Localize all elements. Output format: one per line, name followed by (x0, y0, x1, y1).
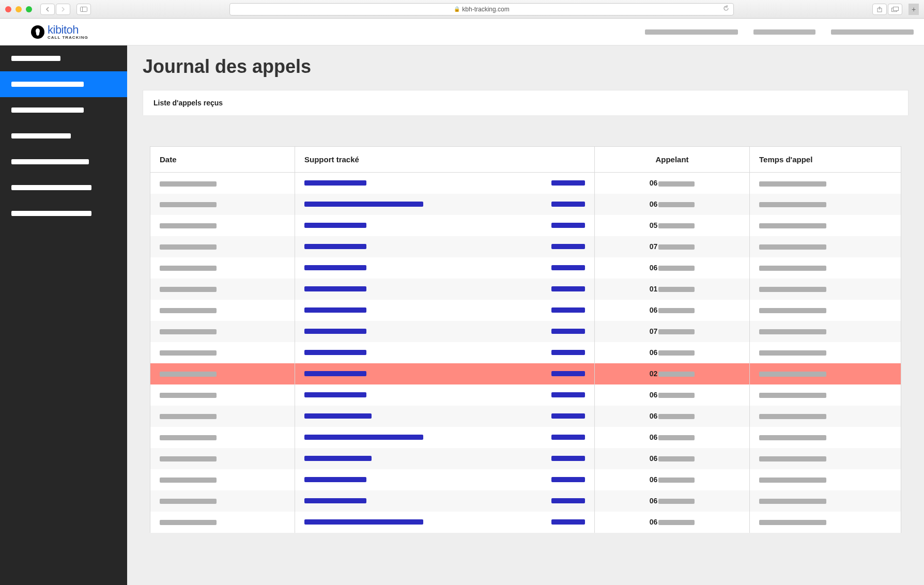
cell-support (295, 173, 595, 194)
cell-duration (750, 384, 901, 406)
table-row[interactable]: 06 (150, 427, 901, 448)
cell-caller: 07 (595, 321, 750, 342)
logo-icon (31, 25, 44, 39)
reload-icon[interactable] (723, 5, 729, 13)
new-tab-button[interactable]: + (908, 4, 919, 15)
cell-caller: 06 (595, 469, 750, 490)
main-content: Journal des appels Liste d'appels reçus … (127, 45, 924, 585)
table-row[interactable]: 07 (150, 236, 901, 257)
table-row[interactable]: 06 (150, 384, 901, 406)
page-title: Journal des appels (143, 56, 908, 78)
cell-caller: 02 (595, 363, 750, 384)
cell-caller: 06 (595, 406, 750, 427)
cell-caller: 07 (595, 236, 750, 257)
header-nav-item[interactable] (831, 29, 914, 35)
forward-button[interactable] (56, 4, 70, 15)
tabs-button[interactable] (888, 4, 902, 15)
cell-date (150, 321, 295, 342)
svg-rect-0 (81, 7, 87, 11)
header-nav-item[interactable] (753, 29, 815, 35)
cell-date (150, 173, 295, 194)
cell-support (295, 469, 595, 490)
cell-date (150, 427, 295, 448)
table-row[interactable]: 02 (150, 363, 901, 384)
table-row[interactable]: 06 (150, 469, 901, 490)
cell-duration (750, 448, 901, 469)
table-row[interactable]: 01 (150, 279, 901, 300)
cell-support (295, 384, 595, 406)
app-header: kibitoh CALL TRACKING (0, 19, 924, 45)
table-row[interactable]: 06 (150, 512, 901, 533)
cell-caller: 06 (595, 490, 750, 512)
table-row[interactable]: 06 (150, 194, 901, 215)
cell-caller: 06 (595, 448, 750, 469)
address-bar[interactable]: 🔒 kbh-tracking.com (229, 3, 734, 16)
table-row[interactable]: 05 (150, 215, 901, 236)
cell-caller: 06 (595, 342, 750, 363)
back-button[interactable] (40, 4, 55, 15)
cell-duration (750, 236, 901, 257)
table-row[interactable]: 06 (150, 448, 901, 469)
cell-support (295, 363, 595, 384)
sidebar-item[interactable] (0, 149, 127, 175)
cell-support (295, 300, 595, 321)
logo-subtitle: CALL TRACKING (48, 36, 88, 40)
sidebar-item[interactable] (0, 45, 127, 71)
cell-support (295, 257, 595, 279)
url-text: kbh-tracking.com (462, 6, 509, 13)
svg-rect-4 (894, 7, 899, 10)
col-header-caller[interactable]: Appelant (595, 147, 750, 173)
cell-duration (750, 363, 901, 384)
table-row[interactable]: 06 (150, 300, 901, 321)
cell-duration (750, 279, 901, 300)
cell-duration (750, 342, 901, 363)
sidebar-item[interactable] (0, 201, 127, 226)
cell-date (150, 490, 295, 512)
minimize-window-button[interactable] (16, 6, 22, 12)
header-nav (645, 29, 914, 35)
cell-duration (750, 300, 901, 321)
col-header-date[interactable]: Date (150, 147, 295, 173)
cell-support (295, 512, 595, 533)
table-row[interactable]: 07 (150, 321, 901, 342)
sidebar-item[interactable] (0, 97, 127, 123)
cell-date (150, 512, 295, 533)
cell-date (150, 215, 295, 236)
sidebar-toggle-button[interactable] (76, 4, 91, 15)
col-header-duration[interactable]: Temps d'appel (750, 147, 901, 173)
cell-date (150, 469, 295, 490)
table-row[interactable]: 06 (150, 490, 901, 512)
close-window-button[interactable] (5, 6, 11, 12)
logo-name: kibitoh (48, 24, 88, 36)
col-header-support[interactable]: Support tracké (295, 147, 595, 173)
cell-caller: 06 (595, 427, 750, 448)
cell-duration (750, 257, 901, 279)
logo-text: kibitoh CALL TRACKING (48, 24, 88, 40)
maximize-window-button[interactable] (26, 6, 32, 12)
table-row[interactable]: 06 (150, 342, 901, 363)
cell-caller: 06 (595, 173, 750, 194)
table-row[interactable]: 06 (150, 173, 901, 194)
sidebar-item[interactable] (0, 175, 127, 201)
share-button[interactable] (872, 4, 887, 15)
sidebar-item[interactable] (0, 123, 127, 149)
cell-support (295, 236, 595, 257)
cell-caller: 05 (595, 215, 750, 236)
table-row[interactable]: 06 (150, 406, 901, 427)
cell-duration (750, 321, 901, 342)
logo[interactable]: kibitoh CALL TRACKING (31, 24, 88, 40)
sidebar-item-active[interactable] (0, 71, 127, 97)
cell-caller: 06 (595, 194, 750, 215)
table-row[interactable]: 06 (150, 257, 901, 279)
cell-date (150, 194, 295, 215)
cell-date (150, 406, 295, 427)
cell-support (295, 490, 595, 512)
cell-date (150, 279, 295, 300)
table-header-row: Date Support tracké Appelant Temps d'app… (150, 147, 901, 173)
cell-date (150, 236, 295, 257)
cell-support (295, 448, 595, 469)
sidebar (0, 45, 127, 585)
header-nav-item[interactable] (645, 29, 738, 35)
cell-date (150, 257, 295, 279)
cell-date (150, 384, 295, 406)
